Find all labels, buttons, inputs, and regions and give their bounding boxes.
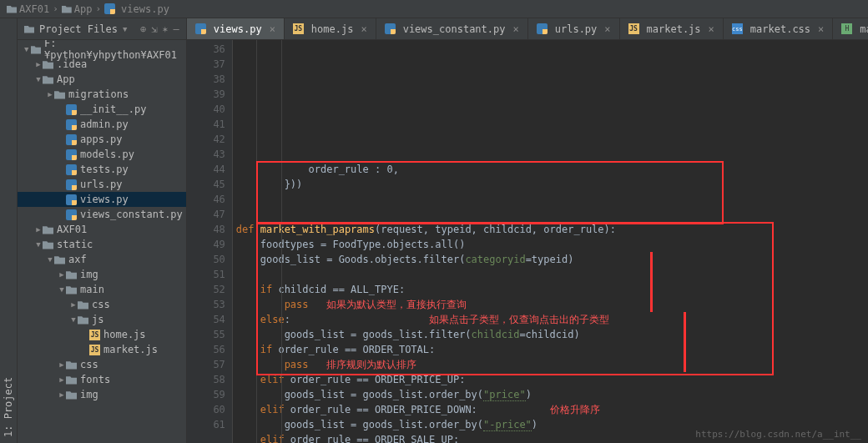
- tree-node[interactable]: apps.py: [18, 132, 186, 147]
- autoscroll-icon[interactable]: ⊕: [140, 23, 146, 35]
- close-tab-icon[interactable]: ×: [513, 23, 519, 35]
- left-toolbar: 1: Project 7: Struct…: [0, 18, 18, 443]
- tree-node[interactable]: models.py: [18, 147, 186, 162]
- tree-node[interactable]: ▶img: [18, 267, 186, 282]
- editor-area: views.py×JShome.js×views_constant.py×url…: [187, 18, 868, 443]
- tree-node[interactable]: ▶css: [18, 297, 186, 312]
- code-text[interactable]: order_rule : 0, }))def market_with_papra…: [233, 40, 868, 443]
- breadcrumb-bar: AXF01› App› views.py: [0, 0, 868, 18]
- project-tree-panel: Project Files ▼ ⊕ ⇲ ✶ — ▼F:¥python¥yhpyt…: [18, 18, 187, 443]
- tree-header: Project Files ▼ ⊕ ⇲ ✶ —: [18, 18, 186, 40]
- tree-node[interactable]: ▼main: [18, 282, 186, 297]
- tree-node[interactable]: ▼js: [18, 312, 186, 327]
- close-tab-icon[interactable]: ×: [709, 23, 714, 35]
- folder-icon: [7, 5, 17, 13]
- tree-node[interactable]: ▶img: [18, 387, 186, 402]
- tree-node[interactable]: ▼App: [18, 72, 186, 87]
- tree-node[interactable]: ▼static: [18, 237, 186, 252]
- tree-node[interactable]: urls.py: [18, 177, 186, 192]
- tree-node[interactable]: ▶fonts: [18, 372, 186, 387]
- tree-title: Project Files: [39, 23, 118, 35]
- tree-node[interactable]: ▶css: [18, 357, 186, 372]
- tree-node[interactable]: admin.py: [18, 117, 186, 132]
- close-tab-icon[interactable]: ×: [270, 23, 275, 35]
- tree-node[interactable]: JSmarket.js: [18, 342, 186, 357]
- collapse-icon[interactable]: ⇲: [151, 23, 157, 35]
- close-tab-icon[interactable]: ×: [818, 23, 824, 35]
- watermark: https://blog.csdn.net/a__int__: [695, 429, 861, 440]
- close-tab-icon[interactable]: ×: [604, 23, 610, 35]
- editor-tab[interactable]: views.py×: [187, 18, 285, 39]
- project-tool-button[interactable]: 1: Project: [0, 22, 17, 440]
- editor-tab[interactable]: views_constant.py×: [376, 18, 528, 39]
- python-file-icon: [104, 3, 115, 14]
- close-tab-icon[interactable]: ×: [361, 23, 366, 35]
- tree-node[interactable]: ▼axf: [18, 252, 186, 267]
- tree-node[interactable]: __init__.py: [18, 102, 186, 117]
- folder-icon: [24, 25, 34, 33]
- project-tree[interactable]: ▼F:¥python¥yhpython¥AXF01▶.idea▼App▶migr…: [18, 40, 186, 443]
- editor-tab[interactable]: urls.py×: [528, 18, 620, 39]
- tree-node[interactable]: ▼F:¥python¥yhpython¥AXF01: [18, 42, 186, 57]
- editor-tab[interactable]: JShome.js×: [285, 18, 376, 39]
- breadcrumb-item[interactable]: App: [62, 3, 93, 15]
- breadcrumb-item[interactable]: AXF01: [7, 3, 49, 15]
- gutter: 3637383940414243444546474849505152535455…: [187, 40, 233, 443]
- breadcrumb-item[interactable]: views.py: [104, 3, 169, 15]
- tree-node[interactable]: views_constant.py: [18, 207, 186, 222]
- tree-node[interactable]: tests.py: [18, 162, 186, 177]
- editor-tab[interactable]: JSmarket.js×: [620, 18, 724, 39]
- editor-tab[interactable]: Hmarket.html×: [833, 18, 868, 39]
- tree-node[interactable]: JShome.js: [18, 327, 186, 342]
- editor-tab[interactable]: cssmarket.css×: [724, 18, 833, 39]
- settings-icon[interactable]: ✶: [162, 23, 168, 35]
- tree-node[interactable]: ▶AXF01: [18, 222, 186, 237]
- tree-node[interactable]: views.py: [18, 192, 186, 207]
- folder-icon: [62, 5, 72, 13]
- tree-node[interactable]: ▶migrations: [18, 87, 186, 102]
- hide-icon[interactable]: —: [174, 23, 179, 35]
- code-editor[interactable]: 3637383940414243444546474849505152535455…: [187, 40, 868, 443]
- editor-tabs: views.py×JShome.js×views_constant.py×url…: [187, 18, 868, 40]
